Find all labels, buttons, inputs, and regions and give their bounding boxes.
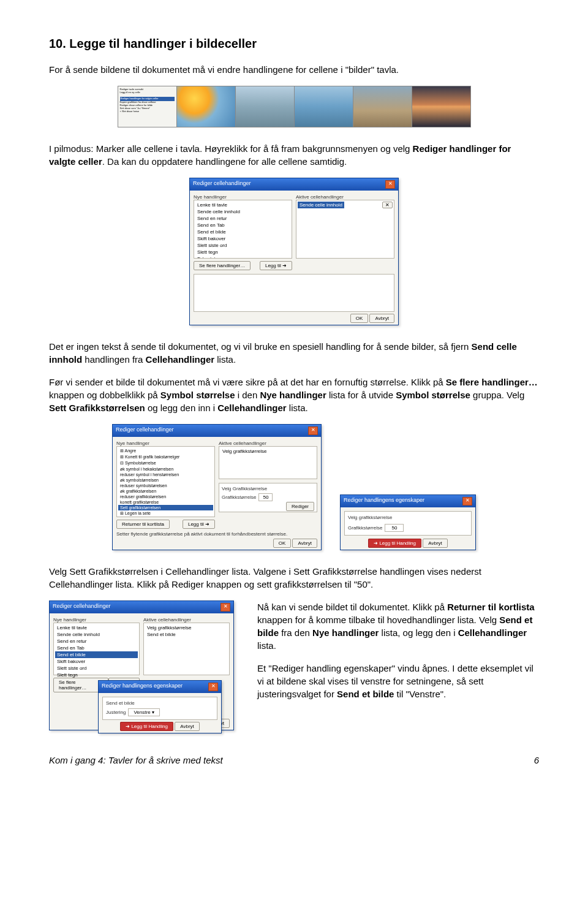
list-item[interactable]: Sende celle innhold	[195, 208, 290, 215]
legg-til-handling-button[interactable]: ➜ Legg til Handling	[368, 539, 421, 548]
list-item[interactable]: Send en Tab	[195, 222, 290, 229]
avbryt-button[interactable]: Avbryt	[292, 539, 317, 548]
aktive-cellehandlinger-label: Aktive cellehandlinger	[143, 617, 230, 623]
list-item[interactable]: ⊞ Legen la sete	[118, 510, 213, 517]
list-item[interactable]: ⊞ Angre	[118, 448, 213, 454]
list-item[interactable]: øk grafikkstørelsen	[118, 488, 213, 494]
figure-thumbnails-strip: Rediger tavle oversikt Legg til en ny ce…	[49, 86, 539, 127]
list-item[interactable]: ⊞ Lenke	[118, 517, 213, 517]
paragraph-4: Før vi sender et bilde til dokumentet må…	[49, 376, 539, 414]
list-item[interactable]: Send en Tab	[55, 645, 138, 651]
page-number: 6	[534, 755, 539, 765]
close-icon[interactable]: ✕	[208, 683, 218, 691]
list-item[interactable]: ⊟ Symbolstørrelse	[118, 460, 213, 466]
dialog-rediger-handlingens-egenskaper-2: Rediger handlingens egenskaper ✕ Send et…	[98, 680, 222, 733]
paragraph-5: Velg Sett Grafikkstørrelsen i Cellehandl…	[49, 565, 539, 591]
list-item[interactable]: Slett siste ord	[55, 665, 138, 672]
list-item[interactable]: ⊞ Konett til grafik bakstørrelger	[118, 454, 213, 460]
justering-sublabel: Justering	[106, 710, 126, 715]
list-item[interactable]: Send et bilde	[195, 229, 290, 235]
list-item[interactable]: Slett tegn	[195, 249, 290, 256]
grafikkstorrelse-value: 50	[258, 493, 273, 501]
list-item[interactable]: Velg grafikkstørrelse	[221, 448, 315, 455]
section-heading: 10. Legge til handlinger i bildeceller	[49, 37, 539, 51]
list-item[interactable]: Velg grafikkstørrelse	[145, 624, 228, 631]
context-menu-thumb: Rediger tavle oversikt Legg til en ny ce…	[118, 86, 176, 127]
list-item[interactable]: øk symbolstørrelsen	[118, 477, 213, 483]
dialog-rediger-cellehandlinger-1: Rediger cellehandlinger ✕ Nye handlinger…	[189, 178, 399, 325]
thumb-sun	[176, 86, 235, 127]
dialog-title: Rediger cellehandlinger	[116, 426, 174, 435]
aktive-cellehandlinger-label: Aktive cellehandlinger	[296, 194, 394, 200]
velg-grafikkstorrelse-label: Velg Grafikkstørrelse	[222, 486, 314, 491]
list-item[interactable]: Send en retur	[195, 215, 290, 222]
send-et-bilde-label: Send et bilde	[106, 700, 214, 706]
avbryt-button[interactable]: Avbryt	[423, 539, 448, 548]
aktive-cellehandlinger-label: Aktive cellehandlinger	[219, 441, 317, 446]
returner-til-kortlista-button[interactable]: Returner til kortlista	[116, 520, 170, 529]
footer-title: Kom i gang 4: Tavler for å skrive med te…	[49, 755, 223, 765]
se-flere-handlinger-button[interactable]: Se flere handlinger…	[194, 261, 251, 270]
legg-til-button[interactable]: Legg til ➜	[260, 261, 292, 270]
list-item[interactable]: reduser grafikkstørelsen	[118, 494, 213, 499]
list-item[interactable]: Skift bakover	[195, 235, 290, 242]
list-item[interactable]: Send en retur	[55, 638, 138, 645]
hint-text: Setter flytende grafikkstørrelse på akti…	[116, 531, 317, 537]
thumb-boat	[235, 86, 294, 127]
list-item[interactable]: reduser symbolstørelsen	[118, 483, 213, 488]
dialog-rediger-handlingens-egenskaper-1: Rediger handlingens egenskaper ✕ Velg gr…	[340, 494, 476, 550]
remove-icon[interactable]: ✕	[382, 202, 393, 208]
rediger-button[interactable]: Rediger	[286, 502, 314, 511]
list-item[interactable]: Lenke til tavle	[55, 624, 138, 631]
list-item[interactable]: Send et bilde	[55, 651, 138, 658]
paragraph-7: Et "Rediger handling egenskaper" vindu å…	[257, 662, 539, 700]
avbryt-button[interactable]: Avbryt	[175, 722, 200, 731]
list-item[interactable]: Slett siste ord	[195, 242, 290, 249]
justering-dropdown[interactable]: Venstre ▾	[128, 708, 159, 716]
nye-handlinger-label: Nye handlinger	[53, 617, 140, 623]
paragraph-1: For å sende bildene til dokumentet må vi…	[49, 63, 539, 76]
grafikkstorrelse-sublabel: Grafikkstørrelse	[348, 525, 382, 531]
legg-til-handling-button[interactable]: ➜ Legg til Handling	[120, 722, 173, 731]
list-item[interactable]: Send et bilde	[145, 631, 228, 638]
grafikkstorrelse-input[interactable]: 50	[385, 524, 404, 532]
thumb-arch	[294, 86, 353, 127]
dialog-title: Rediger cellehandlinger	[193, 180, 251, 189]
ok-button[interactable]: OK	[273, 539, 292, 548]
paragraph-3: Det er ingen tekst å sende til dokumente…	[49, 340, 539, 366]
close-icon[interactable]: ✕	[385, 180, 395, 189]
thumb-beach	[353, 86, 412, 127]
nye-handlinger-label: Nye handlinger	[116, 441, 215, 446]
paragraph-2: I pilmodus: Marker alle cellene i tavla.…	[49, 142, 539, 168]
paragraph-6: Nå kan vi sende bildet til dokumentet. K…	[257, 600, 539, 652]
list-item[interactable]: Skift bakover	[55, 658, 138, 665]
nye-handlinger-label: Nye handlinger	[194, 194, 292, 200]
dialog-title: Rediger cellehandlinger	[53, 603, 111, 612]
close-icon[interactable]: ✕	[308, 426, 318, 435]
legg-til-button[interactable]: Legg til ➜	[183, 520, 215, 529]
ok-button[interactable]: OK	[350, 314, 369, 323]
close-icon[interactable]: ✕	[462, 497, 472, 506]
list-item[interactable]: Tal setning	[195, 256, 290, 259]
list-item[interactable]: Sende celle innhold	[55, 631, 138, 638]
velg-grafikkstorrelse-label: Velg grafikkstørrelse	[348, 515, 468, 520]
list-item[interactable]: Sende celle innhold	[298, 202, 344, 208]
list-item[interactable]: konett grafikstørelse	[118, 499, 213, 505]
list-item[interactable]: øk symbol i hekakstørrelsen	[118, 466, 213, 472]
dialog-rediger-cellehandlinger-2: Rediger cellehandlinger ✕ Nye handlinger…	[112, 424, 322, 550]
dialog-title: Rediger handlingens egenskaper	[344, 497, 424, 506]
grafikkstorrelse-sublabel: Grafikkstørrelse	[222, 494, 256, 500]
list-item[interactable]: Sett grafikkstørrelsen	[118, 505, 213, 510]
list-item[interactable]: reduser symbol i henstørrelsen	[118, 472, 213, 477]
avbryt-button[interactable]: Avbryt	[369, 314, 394, 323]
thumb-sunset	[412, 86, 470, 127]
dialog-title: Rediger handlingens egenskaper	[102, 683, 183, 691]
close-icon[interactable]: ✕	[221, 603, 230, 612]
list-item[interactable]: Lenke til tavle	[195, 202, 290, 208]
